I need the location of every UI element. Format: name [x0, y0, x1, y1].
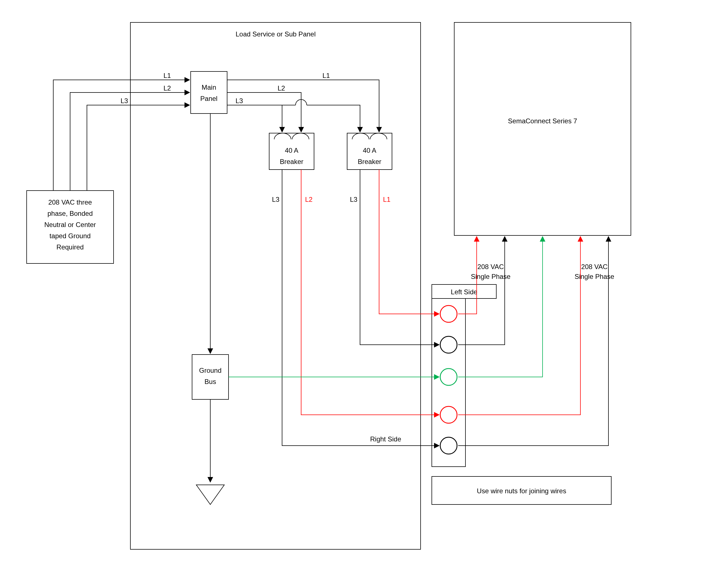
lbl-br2-L3: L3 — [350, 196, 358, 203]
main-panel-box — [191, 71, 227, 113]
lbl-br2-L1: L1 — [383, 196, 391, 203]
lbl-br1-L2: L2 — [305, 196, 313, 203]
lbl-L1-out: L1 — [323, 72, 330, 79]
subpanel-title: Load Service or Sub Panel — [236, 30, 316, 38]
breaker2-l1: 40 A — [363, 147, 376, 154]
breaker2-l2: Breaker — [358, 158, 381, 165]
terminal-block — [432, 298, 466, 467]
source-l4: taped Ground — [49, 232, 91, 239]
main-panel-l1: Main — [202, 84, 216, 91]
source-l5: Required — [56, 243, 84, 251]
ground-bus-box — [192, 355, 228, 399]
note-label: Use wire nuts for joining wires — [477, 487, 566, 495]
dev-wire-3 — [458, 236, 543, 377]
lbl-L3-in: L3 — [121, 97, 128, 105]
source-l2: phase, Bonded — [47, 210, 93, 217]
device-box — [454, 22, 631, 235]
lbl-L3-out: L3 — [236, 97, 243, 105]
vac2-l1: 208 VAC — [581, 263, 608, 270]
main-panel-l2: Panel — [200, 95, 217, 102]
lbl-L2-out: L2 — [278, 84, 285, 92]
lbl-L2-in: L2 — [163, 84, 171, 92]
breaker1-l2: Breaker — [280, 158, 303, 165]
ground-bus-l1: Ground — [199, 366, 222, 374]
left-side-label: Left Side — [451, 288, 477, 296]
vac1-l1: 208 VAC — [477, 263, 504, 270]
ground-bus-l2: Bus — [204, 378, 216, 385]
subpanel-box — [130, 22, 421, 549]
lbl-L1-in: L1 — [163, 72, 171, 79]
source-l1: 208 VAC three — [48, 198, 92, 206]
wiring-diagram: 208 VAC three phase, Bonded Neutral or C… — [0, 0, 715, 588]
breaker1-l1: 40 A — [285, 147, 298, 154]
source-l3: Neutral or Center — [44, 221, 96, 228]
device-label: SemaConnect Series 7 — [508, 117, 577, 125]
right-side-label: Right Side — [370, 435, 401, 443]
lbl-br1-L3: L3 — [272, 196, 280, 203]
